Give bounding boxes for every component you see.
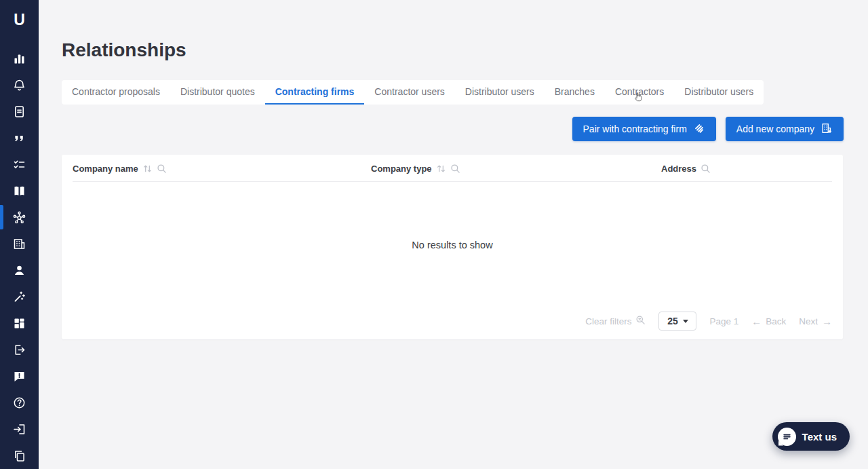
back-arrow-icon: ← — [751, 316, 762, 327]
sort-icon[interactable] — [142, 164, 153, 174]
bar-chart-icon — [12, 52, 26, 66]
sign-in-icon — [12, 422, 26, 436]
sidebar-item-tasks[interactable] — [0, 156, 39, 172]
search-icon[interactable] — [701, 164, 711, 174]
magic-wand-icon — [12, 290, 26, 304]
tab-contractors[interactable]: Contractors — [605, 80, 674, 105]
sidebar-item-dashboard[interactable] — [0, 315, 39, 331]
column-header-company-type: Company type — [371, 155, 460, 182]
page-size-select[interactable]: 25 — [658, 312, 696, 331]
empty-state-message: No results to show — [62, 240, 843, 250]
back-button[interactable]: ← Back — [751, 316, 786, 327]
page-indicator: Page 1 — [709, 316, 738, 326]
next-label: Next — [799, 316, 818, 326]
tab-branches[interactable]: Branches — [545, 80, 605, 105]
column-label: Company name — [73, 164, 138, 174]
column-label: Company type — [371, 164, 432, 174]
chat-bubble-icon — [778, 428, 796, 446]
tab-distributor-quotes[interactable]: Distributor quotes — [170, 80, 265, 105]
building-icon — [12, 237, 26, 251]
contracting-firms-table: Company name Company type Address No res… — [62, 155, 843, 339]
bell-icon — [12, 78, 26, 92]
handshake-icon — [693, 122, 705, 136]
column-header-address: Address — [661, 155, 711, 182]
add-button-label: Add new company — [736, 124, 814, 134]
document-icon — [12, 105, 26, 119]
sidebar-item-relationships[interactable] — [0, 209, 39, 225]
text-us-label: Text us — [802, 431, 837, 443]
add-new-company-button[interactable]: Add new company — [726, 117, 844, 141]
book-icon — [12, 184, 26, 198]
dashboard-grid-icon — [12, 316, 26, 331]
column-header-company-name: Company name — [73, 155, 167, 182]
next-button[interactable]: Next → — [799, 316, 832, 327]
tab-distributor-users-2[interactable]: Distributor users — [674, 80, 764, 105]
back-label: Back — [766, 316, 786, 326]
help-circle-icon — [12, 396, 26, 410]
main-content: Relationships Contractor proposals Distr… — [39, 0, 868, 469]
tab-distributor-users[interactable]: Distributor users — [455, 80, 545, 105]
clear-filters-label: Clear filters — [585, 316, 631, 326]
app-window: U — [0, 0, 868, 469]
pair-button-label: Pair with contracting firm — [583, 124, 687, 134]
chevron-down-icon — [683, 320, 688, 323]
sidebar-item-analytics[interactable] — [0, 50, 39, 67]
sidebar-item-users[interactable] — [0, 262, 39, 278]
sidebar-item-tools[interactable] — [0, 288, 39, 305]
building-add-icon — [821, 122, 833, 136]
copy-icon — [12, 449, 26, 463]
search-icon[interactable] — [450, 164, 460, 174]
header-divider — [73, 181, 832, 182]
next-arrow-icon: → — [822, 316, 832, 327]
pagination-bar: Clear filters 25 Page 1 ← Back Next → — [585, 312, 832, 331]
sidebar-item-library[interactable] — [0, 183, 39, 199]
person-icon — [12, 263, 26, 278]
sidebar: U — [0, 0, 39, 469]
relationships-tabbar: Contractor proposals Distributor quotes … — [62, 80, 764, 105]
column-label: Address — [661, 164, 696, 174]
sidebar-item-sign-in[interactable] — [0, 421, 39, 437]
sidebar-nav — [0, 50, 39, 469]
tab-contractor-users[interactable]: Contractor users — [364, 80, 454, 105]
page-size-value: 25 — [667, 316, 678, 326]
tab-contracting-firms[interactable]: Contracting firms — [265, 80, 365, 105]
clear-filters-button[interactable]: Clear filters — [585, 315, 646, 327]
sort-icon[interactable] — [436, 164, 446, 174]
logout-icon — [12, 343, 26, 357]
text-us-button[interactable]: Text us — [772, 422, 850, 451]
feedback-bubble-icon — [12, 369, 26, 383]
checklist-icon — [12, 157, 26, 172]
toolbar-actions: Pair with contracting firm Add new compa… — [572, 117, 844, 141]
search-off-icon — [635, 315, 646, 327]
tab-contractor-proposals[interactable]: Contractor proposals — [62, 80, 170, 105]
sidebar-item-notifications[interactable] — [0, 77, 39, 93]
quotes-icon — [12, 131, 26, 145]
pair-with-contracting-firm-button[interactable]: Pair with contracting firm — [572, 117, 716, 141]
app-logo[interactable]: U — [14, 11, 25, 29]
sidebar-item-logout[interactable] — [0, 341, 39, 358]
search-icon[interactable] — [157, 164, 167, 174]
sidebar-item-documents[interactable] — [0, 103, 39, 119]
sidebar-item-companies[interactable] — [0, 236, 39, 252]
network-icon — [12, 210, 26, 225]
page-title: Relationships — [62, 39, 186, 61]
sidebar-item-quotes[interactable] — [0, 130, 39, 146]
sidebar-item-help[interactable] — [0, 394, 39, 411]
table-header-row: Company name Company type Address — [62, 155, 843, 182]
sidebar-item-copy[interactable] — [0, 447, 39, 464]
sidebar-item-feedback[interactable] — [0, 368, 39, 384]
